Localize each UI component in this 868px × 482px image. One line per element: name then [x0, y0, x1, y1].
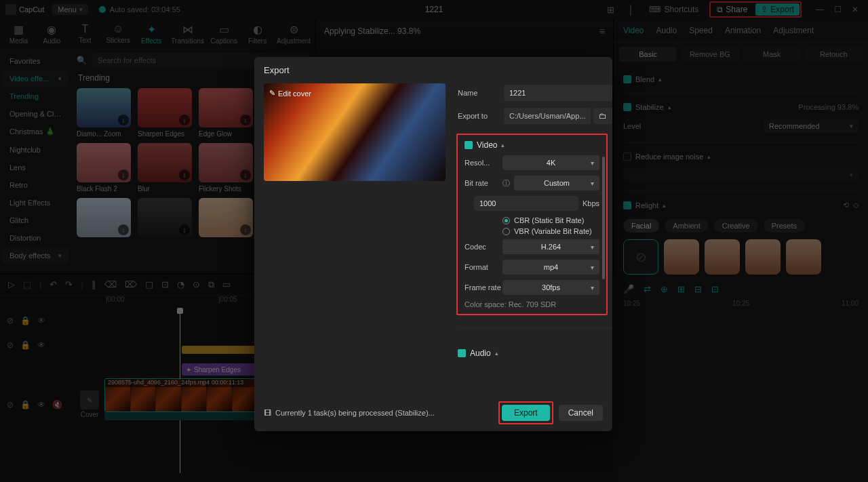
- tab-filters[interactable]: ◐Filters: [244, 23, 271, 45]
- download-icon[interactable]: ↓: [240, 224, 251, 235]
- reduce-noise-row[interactable]: Reduce image noise▴: [623, 148, 859, 165]
- cover-button[interactable]: ✎ Cover: [79, 390, 100, 418]
- shortcuts-button[interactable]: ⌨ Shortcuts: [644, 3, 705, 16]
- close-button[interactable]: ✕: [848, 3, 863, 16]
- redo-icon[interactable]: ↷: [65, 279, 73, 289]
- cat-favorites[interactable]: Favorites: [3, 53, 68, 69]
- ptab-adjustment[interactable]: Adjustment: [773, 26, 814, 35]
- select-icon[interactable]: ⬚: [23, 279, 31, 289]
- tab-transitions[interactable]: ⋈Transitions: [172, 23, 204, 45]
- codec-select[interactable]: H.264: [502, 239, 599, 254]
- edit-cover-button[interactable]: ✎ Edit cover: [269, 89, 311, 98]
- face-preset[interactable]: [705, 239, 740, 275]
- tab-adjustment[interactable]: ⊜Adjustment: [277, 23, 310, 45]
- tool-icon[interactable]: ⊞: [677, 284, 685, 294]
- ptab-audio[interactable]: Audio: [656, 26, 677, 35]
- tool-icon[interactable]: ⊟: [694, 284, 702, 294]
- cancel-button[interactable]: Cancel: [559, 405, 603, 421]
- checkbox-icon[interactable]: [623, 201, 631, 209]
- pointer-icon[interactable]: ▷: [8, 279, 15, 289]
- stabilize-row[interactable]: Stabilize▴ Processing 93.8%: [623, 99, 859, 115]
- cat-retro[interactable]: Retro: [3, 177, 68, 193]
- download-icon[interactable]: ↓: [179, 169, 190, 180]
- keyframe-icon[interactable]: ◇: [853, 201, 859, 209]
- ptab-speed[interactable]: Speed: [689, 26, 713, 35]
- minimize-button[interactable]: —: [812, 3, 827, 16]
- reset-icon[interactable]: ⟲: [843, 201, 849, 209]
- tool-icon[interactable]: ⊕: [660, 284, 668, 294]
- pill-creative[interactable]: Creative: [714, 219, 758, 233]
- eye-icon[interactable]: 👁: [37, 316, 45, 325]
- download-icon[interactable]: ↓: [179, 224, 190, 235]
- lock-icon[interactable]: 🔒: [20, 400, 31, 409]
- subtab-removebg[interactable]: Remove BG: [681, 47, 738, 62]
- bitrate-input[interactable]: [474, 196, 578, 211]
- effect-item[interactable]: ↓Sharpen Edges: [138, 88, 192, 138]
- undo-icon[interactable]: ↶: [50, 279, 57, 289]
- panel-menu-icon[interactable]: ≡: [599, 26, 605, 37]
- format-select[interactable]: mp4: [502, 260, 599, 275]
- pill-facial[interactable]: Facial: [623, 219, 659, 233]
- share-button[interactable]: ⧉ Share: [711, 3, 753, 16]
- eye-icon[interactable]: 👁: [37, 340, 45, 350]
- ptab-video[interactable]: Video: [623, 26, 644, 35]
- browse-folder-button[interactable]: 🗀: [593, 108, 612, 124]
- framerate-select[interactable]: 30fps: [502, 280, 599, 295]
- cat-light[interactable]: Light Effects: [3, 195, 68, 211]
- cat-trending[interactable]: Trending: [3, 88, 68, 104]
- ptab-animation[interactable]: Animation: [725, 26, 761, 35]
- subtab-mask[interactable]: Mask: [743, 47, 801, 62]
- checkbox-icon[interactable]: [623, 75, 631, 83]
- download-icon[interactable]: ↓: [240, 115, 251, 125]
- info-icon[interactable]: ⓘ: [502, 178, 510, 188]
- bitrate-select[interactable]: Custom: [514, 176, 599, 190]
- level-dropdown[interactable]: Recommended▾: [764, 119, 859, 133]
- copy-icon[interactable]: ⧉: [208, 279, 214, 290]
- export-button-top[interactable]: ⇪ Export: [755, 3, 800, 16]
- name-input[interactable]: [504, 85, 612, 101]
- section-scrollbar[interactable]: [602, 157, 605, 299]
- export-confirm-button[interactable]: Export: [502, 405, 550, 421]
- face-preset[interactable]: [664, 239, 699, 275]
- eye-icon[interactable]: 👁: [37, 400, 45, 409]
- face-preset[interactable]: [745, 239, 781, 275]
- tab-effects[interactable]: ✦Effects: [138, 23, 165, 45]
- cat-body-effects[interactable]: Body effects▾: [3, 247, 68, 264]
- download-icon[interactable]: ↓: [240, 169, 251, 180]
- checkbox-icon[interactable]: [623, 153, 631, 161]
- download-icon[interactable]: ↓: [118, 115, 129, 125]
- video-section-header[interactable]: Video ▴: [465, 140, 599, 150]
- checkbox-icon[interactable]: [623, 103, 631, 111]
- vbr-radio[interactable]: VBR (Variable Bit Rate): [502, 227, 599, 235]
- subtab-basic[interactable]: Basic: [619, 47, 677, 62]
- effect-item[interactable]: ↓Diamo... Zoom: [77, 88, 131, 138]
- trash-icon[interactable]: ▢: [145, 279, 153, 289]
- tab-audio[interactable]: ◉Audio: [39, 23, 65, 45]
- link-icon[interactable]: ⊘: [7, 340, 14, 350]
- download-icon[interactable]: ↓: [118, 169, 129, 180]
- effect-item[interactable]: ↓: [199, 198, 253, 240]
- mic-icon[interactable]: 🎤: [623, 284, 634, 294]
- lock-icon[interactable]: 🔒: [20, 316, 31, 325]
- tool-icon[interactable]: ⇄: [644, 284, 651, 294]
- speed-icon[interactable]: ◔: [177, 279, 184, 289]
- tab-captions[interactable]: ▭Captions: [211, 23, 237, 45]
- effect-item[interactable]: ↓Edge Glow: [199, 88, 253, 138]
- layout-icon[interactable]: ⊞: [603, 3, 618, 16]
- crop-icon[interactable]: ⊡: [161, 279, 169, 289]
- lock-icon[interactable]: 🔒: [20, 340, 31, 350]
- face-none[interactable]: ⊘: [623, 239, 658, 275]
- cat-glitch[interactable]: Glitch: [3, 212, 68, 228]
- maximize-button[interactable]: ☐: [830, 3, 845, 16]
- audio-section-header[interactable]: Audio ▴: [458, 348, 612, 358]
- right-icon[interactable]: ⌦: [125, 279, 137, 289]
- adjustment-clip[interactable]: [182, 346, 256, 354]
- effect-item[interactable]: ↓Black Flash 2: [77, 143, 131, 193]
- effect-item[interactable]: ↓: [77, 198, 131, 240]
- mute-icon[interactable]: 🔇: [52, 400, 62, 409]
- tab-stickers[interactable]: ☺Stickers: [105, 23, 132, 45]
- noise-dropdown[interactable]: ▾: [623, 169, 859, 181]
- menu-button[interactable]: Menu▾: [52, 4, 88, 15]
- relight-row[interactable]: Relight▴ ⟲◇: [623, 197, 859, 214]
- reverse-icon[interactable]: ⊙: [193, 279, 200, 289]
